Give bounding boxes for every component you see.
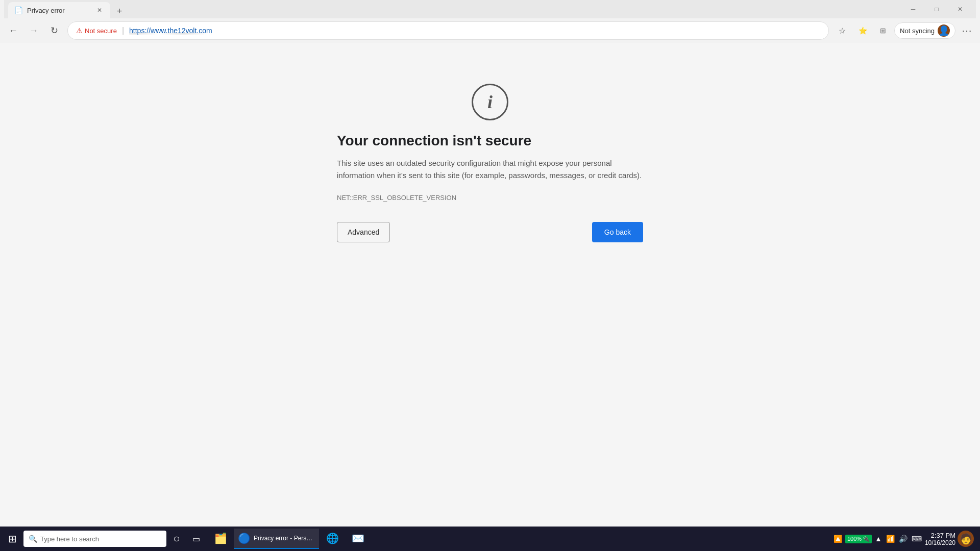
new-tab-button[interactable]: + xyxy=(112,4,127,18)
active-tab[interactable]: 📄 Privacy error ✕ xyxy=(8,2,110,18)
tab-title: Privacy error xyxy=(27,7,91,14)
error-description: This site uses an outdated security conf… xyxy=(337,157,643,182)
taskbar-time: 2:37 PM xyxy=(931,532,955,539)
taskbar-system: 🔼 100% 🔌 ▲ 📶 🔊 ⌨ 2:37 PM 10/16/2020 🧑 xyxy=(828,531,978,547)
sync-button[interactable]: Not syncing 👤 xyxy=(894,22,955,39)
taskbar-user-avatar[interactable]: 🧑 xyxy=(958,531,974,547)
taskbar-app-explorer[interactable]: 🗂️ xyxy=(208,529,233,549)
battery-indicator: 100% 🔌 xyxy=(845,535,872,543)
battery-icon: 🔌 xyxy=(863,536,870,542)
error-buttons: Advanced Go back xyxy=(337,222,643,242)
chrome-icon: 🌐 xyxy=(326,532,339,544)
search-icon: 🔍 xyxy=(29,535,37,543)
chevron-up-icon[interactable]: ▲ xyxy=(874,534,883,544)
url-display: https://www.the12volt.com xyxy=(129,27,212,35)
minimize-button[interactable]: ─ xyxy=(901,0,925,18)
address-bar[interactable]: ⚠ Not secure | https://www.the12volt.com xyxy=(67,21,829,40)
edge-icon: 🔵 xyxy=(238,532,251,544)
taskbar: ⊞ 🔍 Type here to search ○ ▭ 🗂️ 🔵 Privacy… xyxy=(0,527,980,551)
tab-close-button[interactable]: ✕ xyxy=(95,6,104,15)
browser-window: 📄 Privacy error ✕ + ─ □ ✕ ← → ↻ ⚠ Not se… xyxy=(0,0,980,527)
forward-button[interactable]: → xyxy=(24,21,43,40)
tab-favicon: 📄 xyxy=(14,6,23,14)
security-warning[interactable]: ⚠ Not secure xyxy=(76,27,117,35)
taskbar-app-mail[interactable]: ✉️ xyxy=(346,529,370,549)
address-separator: | xyxy=(122,26,124,35)
error-icon-letter: i xyxy=(487,91,493,113)
network-icon[interactable]: 🔼 xyxy=(832,534,843,544)
title-bar: 📄 Privacy error ✕ + ─ □ ✕ xyxy=(0,0,980,18)
start-button[interactable]: ⊞ xyxy=(2,529,22,549)
reload-button[interactable]: ↻ xyxy=(45,21,63,40)
task-view-button[interactable]: ▭ xyxy=(187,530,205,548)
favorites-bar-button[interactable]: ⭐ xyxy=(853,21,872,40)
taskbar-search[interactable]: 🔍 Type here to search xyxy=(23,531,166,547)
error-container: i Your connection isn't secure This site… xyxy=(337,84,643,242)
close-button[interactable]: ✕ xyxy=(948,0,972,18)
sync-label: Not syncing xyxy=(900,27,935,35)
page-content: i Your connection isn't secure This site… xyxy=(0,43,980,527)
collections-button[interactable]: ⊞ xyxy=(874,21,892,40)
keyboard-icon[interactable]: ⌨ xyxy=(911,534,923,544)
volume-icon[interactable]: 🔊 xyxy=(898,534,909,544)
network-wifi-icon[interactable]: 📶 xyxy=(885,534,896,544)
more-button[interactable]: ⋯ xyxy=(958,21,976,40)
warning-triangle-icon: ⚠ xyxy=(76,27,83,35)
mail-icon: ✉️ xyxy=(352,532,364,544)
favorites-button[interactable]: ☆ xyxy=(833,21,851,40)
cortana-button[interactable]: ○ xyxy=(167,530,186,548)
error-title: Your connection isn't secure xyxy=(337,133,531,149)
go-back-button[interactable]: Go back xyxy=(592,222,643,242)
taskbar-clock[interactable]: 2:37 PM 10/16/2020 xyxy=(925,532,955,546)
user-avatar: 👤 xyxy=(938,24,950,37)
edge-app-label: Privacy error - Perso... xyxy=(254,535,315,542)
taskbar-app-chrome[interactable]: 🌐 xyxy=(320,529,345,549)
explorer-icon: 🗂️ xyxy=(214,532,227,544)
error-code: NET::ERR_SSL_OBSOLETE_VERSION xyxy=(337,194,456,202)
maximize-button[interactable]: □ xyxy=(925,0,948,18)
error-icon: i xyxy=(472,84,508,120)
taskbar-app-edge[interactable]: 🔵 Privacy error - Perso... xyxy=(234,529,319,549)
address-bar-row: ← → ↻ ⚠ Not secure | https://www.the12vo… xyxy=(0,18,980,43)
battery-percentage: 100% xyxy=(847,536,862,542)
advanced-button[interactable]: Advanced xyxy=(337,222,390,242)
back-button[interactable]: ← xyxy=(4,21,22,40)
taskbar-date: 10/16/2020 xyxy=(925,539,955,546)
taskbar-apps: 🗂️ 🔵 Privacy error - Perso... 🌐 ✉️ xyxy=(206,529,827,549)
not-secure-label: Not secure xyxy=(85,27,117,35)
search-placeholder: Type here to search xyxy=(40,535,99,543)
